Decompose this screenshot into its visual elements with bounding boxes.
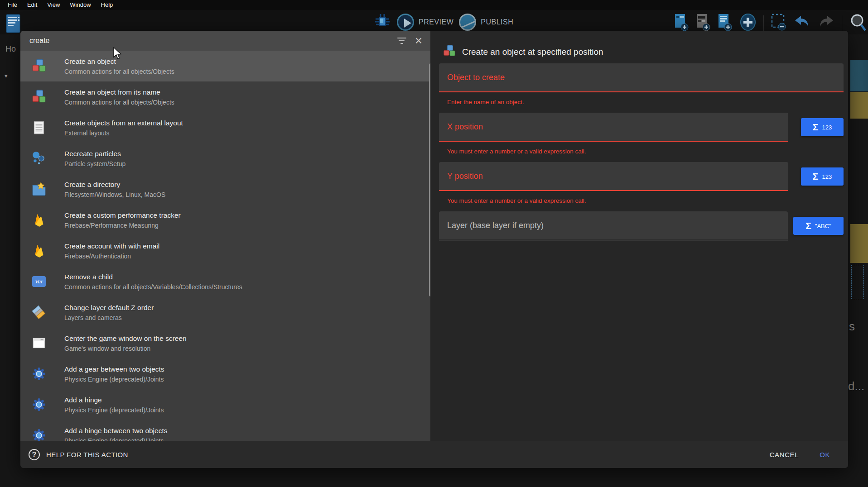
result-row[interactable]: Create a custom performance trackerFireb… — [20, 205, 430, 235]
menu-file[interactable]: File — [3, 0, 22, 10]
result-group: Firebase/Authentication — [64, 253, 159, 260]
parameter-field — [439, 63, 844, 92]
result-title: Create a directory — [64, 181, 165, 189]
mouse-cursor — [113, 47, 123, 62]
result-title: Create objects from an external layout — [64, 119, 183, 127]
menu-help[interactable]: Help — [96, 0, 118, 10]
expression-type-label: "ABC" — [815, 223, 831, 229]
results-list: Create an objectCommon actions for all o… — [20, 51, 430, 441]
object-thumbnail-fragment — [850, 60, 868, 91]
preview-button[interactable]: PREVIEW — [397, 14, 453, 31]
result-row[interactable]: Create a directoryFilesystem/Windows, Li… — [20, 174, 430, 205]
expression-type-label: 123 — [822, 173, 832, 180]
folder-icon — [31, 181, 47, 197]
result-group: External layouts — [64, 129, 183, 137]
dialog-footer: ? HELP FOR THIS ACTION CANCEL OK — [20, 441, 848, 468]
expression-builder-button[interactable]: Σ123 — [801, 118, 844, 136]
choose-action-dialog: × Create an objectCommon actions for all… — [20, 31, 848, 468]
sigma-icon: Σ — [813, 171, 819, 182]
search-results-panel: × Create an objectCommon actions for all… — [20, 31, 430, 441]
debug-icon[interactable] — [373, 12, 391, 32]
field-error-text: You must enter a number or a valid expre… — [439, 142, 844, 162]
firebase-icon — [31, 212, 47, 228]
globe-icon — [459, 14, 476, 31]
result-row[interactable]: Add a gear between two objectsPhysics En… — [20, 358, 430, 389]
gear-icon — [31, 366, 47, 382]
result-row[interactable]: Create objects from an external layoutEx… — [20, 112, 430, 143]
result-title: Add a hinge — [64, 396, 164, 404]
cancel-button[interactable]: CANCEL — [765, 447, 803, 462]
play-icon — [397, 14, 414, 31]
parameter-field — [439, 162, 788, 191]
expression-builder-button[interactable]: Σ"ABC" — [793, 217, 844, 235]
parameter-input[interactable] — [439, 122, 788, 132]
close-icon[interactable]: × — [415, 35, 422, 47]
result-row[interactable]: Create account with with emailFirebase/A… — [20, 235, 430, 266]
result-title: Recreate particles — [64, 150, 125, 158]
result-row[interactable]: Create an object from its nameCommon act… — [20, 81, 430, 112]
project-manager-icon[interactable] — [5, 13, 22, 33]
parameter-input[interactable] — [439, 221, 788, 230]
result-title: Change layer default Z order — [64, 304, 154, 312]
dropdown-chevron-icon[interactable]: ▾ — [5, 72, 8, 79]
sigma-icon: Σ — [805, 220, 811, 231]
redo-icon[interactable] — [817, 13, 835, 33]
selection-outline-fragment — [851, 265, 864, 299]
publish-button[interactable]: PUBLISH — [459, 14, 513, 31]
expression-builder-button[interactable]: Σ123 — [801, 167, 844, 186]
undo-icon[interactable] — [793, 13, 811, 33]
truncated-text-fragment: d... — [848, 379, 864, 393]
parameter-input[interactable] — [439, 73, 844, 82]
result-title: Add a hinge between two objects — [64, 427, 168, 435]
result-title: Center the game window on the screen — [64, 334, 187, 343]
result-group: Layers and cameras — [64, 314, 154, 321]
result-group: Common actions for all objects/Objects — [64, 99, 174, 106]
result-row[interactable]: Add a hinge between two objectsPhysics E… — [20, 420, 430, 441]
menu-window[interactable]: Window — [65, 0, 96, 10]
app-window: FileEditViewWindowHelp PREVIEW — [0, 0, 868, 487]
object-thumbnail-fragment — [850, 92, 868, 119]
result-row[interactable]: Create an objectCommon actions for all o… — [20, 51, 430, 81]
filter-icon[interactable] — [396, 35, 408, 47]
result-title: Create a custom performance tracker — [64, 211, 181, 220]
cubes-icon — [443, 44, 456, 60]
menu-view[interactable]: View — [42, 0, 65, 10]
search-bar: × — [20, 31, 430, 51]
ok-button[interactable]: OK — [815, 447, 834, 462]
search-input[interactable] — [20, 37, 396, 45]
expression-type-label: 123 — [822, 124, 832, 131]
result-group: Filesystem/Windows, Linux, MacOS — [64, 191, 165, 198]
field-error-text: You must enter a number or a valid expre… — [439, 191, 844, 211]
result-title: Add a gear between two objects — [64, 365, 164, 373]
toolbar-separator — [763, 15, 764, 31]
result-row[interactable]: Change layer default Z orderLayers and c… — [20, 297, 430, 328]
window-icon — [31, 335, 47, 351]
result-row[interactable]: Center the game window on the screenGame… — [20, 328, 430, 358]
result-row[interactable]: Add a hingePhysics Engine (deprecated)/J… — [20, 389, 430, 420]
menu-edit[interactable]: Edit — [22, 0, 42, 10]
search-icon[interactable] — [849, 12, 868, 34]
result-row[interactable]: Recreate particlesParticle system/Setup — [20, 143, 430, 174]
truncated-text-fragment: s — [849, 320, 855, 334]
firebase-icon — [31, 243, 47, 258]
result-group: Physics Engine (deprecated)/Joints — [64, 406, 164, 414]
parameter-input[interactable] — [439, 172, 788, 181]
gear-icon — [31, 428, 47, 441]
gear-icon — [31, 397, 47, 412]
result-group: Common actions for all objects/Objects — [64, 68, 174, 75]
publish-label: PUBLISH — [481, 18, 513, 26]
result-title: Create an object from its name — [64, 88, 174, 96]
result-row[interactable]: VarRemove a childCommon actions for all … — [20, 266, 430, 297]
field-error-text: Enter the name of an object. — [439, 92, 844, 113]
help-button[interactable]: ? HELP FOR THIS ACTION — [29, 449, 128, 460]
action-parameters-panel: Create an object at specified position E… — [430, 31, 848, 441]
object-thumbnail-fragment — [850, 224, 868, 263]
cubes-icon — [31, 58, 47, 74]
result-group: Game's window and resolution — [64, 345, 187, 352]
result-group: Physics Engine (deprecated)/Joints — [64, 376, 164, 383]
menu-bar: FileEditViewWindowHelp — [0, 0, 868, 10]
preview-label: PREVIEW — [419, 18, 453, 26]
sigma-icon: Σ — [813, 122, 819, 133]
document-icon — [31, 120, 47, 135]
home-tab-fragment: Ho — [5, 44, 16, 54]
